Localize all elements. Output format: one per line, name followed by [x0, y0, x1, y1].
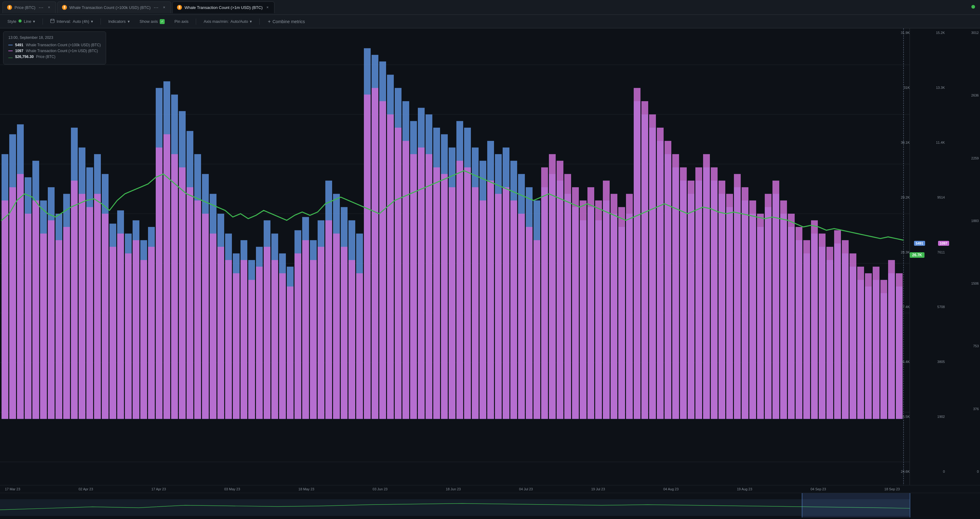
svg-rect-167: [271, 260, 278, 419]
indicators-label: Indicators: [108, 19, 126, 24]
show-axis-checkbox[interactable]: ✓: [160, 19, 165, 24]
axis-maxmin-selector[interactable]: Axis max/min: Auto/Auto ▾: [201, 18, 255, 25]
svg-rect-223: [703, 154, 710, 419]
show-axis-toggle[interactable]: Show axis ✓: [137, 18, 167, 25]
y-100k-label-1: 13.3K: [925, 86, 945, 89]
pin-axis-button[interactable]: Pin axis: [172, 18, 191, 25]
combine-metrics-button[interactable]: + Combine metrics: [264, 18, 308, 25]
svg-rect-191: [457, 161, 463, 419]
svg-rect-183: [395, 128, 401, 419]
y-100k-label-3: 9514: [925, 196, 945, 199]
svg-rect-144: [94, 194, 101, 419]
svg-rect-188: [433, 167, 440, 419]
svg-rect-132: [2, 201, 8, 419]
svg-rect-171: [302, 240, 309, 419]
svg-rect-133: [9, 187, 16, 419]
tooltip-label-1: Whale Transaction Count (>1m USD) (BTC): [26, 49, 98, 53]
price-badge-blue-value: 5491: [916, 242, 923, 245]
style-selector[interactable]: Style Line ▾: [5, 18, 38, 25]
svg-rect-245: [873, 267, 880, 419]
chart-tooltip: 13:00, September 18, 2023 5491 Whale Tra…: [3, 32, 106, 64]
svg-rect-134: [17, 174, 24, 419]
svg-rect-211: [611, 194, 617, 419]
interval-selector[interactable]: Interval: Auto (4h) ▾: [48, 18, 95, 25]
y-price-label-7: 25.5K: [893, 415, 910, 419]
indicators-selector[interactable]: Indicators ▾: [106, 18, 132, 25]
y-1m-label-3: 1883: [954, 219, 979, 223]
y-100k-label-5: 5708: [925, 305, 945, 309]
y-1m-label-5: 753: [954, 344, 979, 348]
sep-1: [43, 19, 43, 25]
y-100k-label-2: 11.4K: [925, 141, 945, 144]
svg-rect-197: [503, 187, 509, 419]
svg-rect-165: [256, 267, 263, 419]
y-price-label-3: 29.2K: [893, 196, 910, 199]
svg-rect-236: [803, 240, 810, 419]
svg-rect-238: [819, 234, 826, 419]
svg-rect-181: [379, 101, 386, 419]
svg-rect-177: [348, 260, 355, 419]
svg-rect-198: [510, 201, 517, 419]
svg-rect-137: [40, 234, 47, 419]
x-label-4: 18 May 23: [299, 487, 314, 491]
x-label-7: 04 Jul 23: [519, 487, 533, 491]
price-badge-blue: 5491: [914, 241, 925, 246]
svg-rect-225: [719, 181, 725, 419]
svg-rect-168: [279, 273, 286, 419]
x-label-1: 02 Apr 23: [79, 487, 93, 491]
svg-point-0: [19, 19, 22, 22]
svg-rect-233: [780, 201, 787, 419]
tab-more-whale100k[interactable]: ⋯: [153, 4, 159, 11]
tab-more-price[interactable]: ⋯: [38, 4, 44, 11]
tooltip-row-1: 1097 Whale Transaction Count (>1m USD) (…: [8, 49, 101, 53]
tooltip-label-2: Price (BTC): [36, 54, 56, 59]
y-100k-label-4: 7611: [925, 250, 945, 254]
pink-bars: [2, 88, 903, 419]
svg-rect-210: [603, 181, 610, 419]
x-label-6: 18 Jun 23: [446, 487, 461, 491]
svg-rect-145: [102, 214, 108, 419]
y-price-label-8: 24.6K: [893, 470, 910, 473]
svg-rect-162: [233, 273, 240, 419]
status-dot: [971, 5, 975, 9]
svg-rect-229: [749, 201, 756, 419]
btc-icon-whale1m: ₿: [177, 5, 182, 10]
tooltip-value-1: 1097: [15, 49, 24, 53]
y-1m-label-0: 3012: [954, 31, 979, 35]
svg-rect-212: [618, 207, 625, 419]
tab-close-whale1m[interactable]: ×: [265, 5, 270, 10]
svg-rect-224: [711, 167, 718, 419]
svg-rect-143: [86, 207, 93, 419]
svg-rect-180: [372, 88, 379, 419]
y-1m-label-7: 0: [954, 470, 979, 473]
svg-rect-172: [310, 260, 317, 419]
y-price-label-4: 28.3K: [893, 250, 910, 254]
interval-label: Interval:: [56, 19, 71, 24]
style-chevron: ▾: [33, 19, 35, 24]
svg-rect-239: [826, 247, 833, 419]
svg-rect-237: [811, 220, 818, 419]
svg-rect-135: [25, 214, 32, 419]
svg-rect-243: [857, 267, 864, 419]
tab-whale1m[interactable]: ₿ Whale Transaction Count (>1m USD) (BTC…: [172, 2, 274, 13]
svg-rect-139: [56, 240, 62, 419]
mini-chart-svg: [0, 493, 980, 517]
svg-rect-164: [248, 280, 255, 419]
svg-rect-250: [802, 493, 910, 517]
main-chart-svg[interactable]: [0, 29, 980, 485]
svg-rect-200: [526, 227, 533, 419]
tab-close-whale100k[interactable]: ×: [162, 5, 167, 10]
mini-chart[interactable]: [0, 493, 980, 517]
svg-rect-231: [765, 194, 772, 419]
y-price-label-1: 31K: [893, 86, 910, 89]
svg-rect-178: [356, 273, 363, 419]
svg-rect-252: [910, 493, 910, 517]
tab-close-price[interactable]: ×: [46, 5, 51, 10]
y-100k-label-0: 15.2K: [925, 31, 945, 35]
tooltip-row-0: 5491 Whale Transaction Count (>100k USD)…: [8, 43, 101, 47]
svg-rect-206: [572, 187, 579, 419]
tab-bar: ₿ Price (BTC) ⋯ × ₿ Whale Transaction Co…: [0, 0, 980, 15]
tab-whale100k[interactable]: ₿ Whale Transaction Count (>100k USD) (B…: [57, 2, 171, 13]
tab-price[interactable]: ₿ Price (BTC) ⋯ ×: [2, 2, 56, 13]
svg-rect-227: [734, 174, 741, 419]
